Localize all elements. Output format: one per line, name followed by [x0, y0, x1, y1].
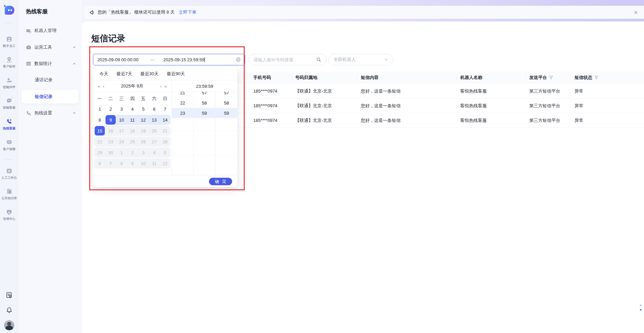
cell-platform: 第三方短信平台: [529, 84, 560, 98]
table-row[interactable]: 185****0974 【联通】北京-北京 您好，这是一条短信 客悦热线客服 第…: [225, 113, 644, 128]
day-cell-disabled: 5: [160, 147, 171, 158]
hours-column: 21 22 23: [172, 92, 194, 175]
hour-option[interactable]: 21: [172, 92, 193, 98]
second-option[interactable]: 57: [215, 92, 237, 98]
day-cell[interactable]: 2: [105, 104, 116, 114]
cell-status: 异常: [575, 98, 583, 113]
day-cell-range-end[interactable]: 15: [94, 126, 105, 136]
cell-robot: 客悦热线客服: [460, 113, 487, 128]
cell-robot: 客悦热线客服: [460, 84, 487, 98]
col-header-content: 短信内容: [361, 72, 379, 84]
cell-phone: 185****0974: [253, 113, 277, 128]
day-cell-disabled: 12: [160, 158, 171, 169]
rail-item-customer-journey[interactable]: 客户旅程: [0, 56, 18, 69]
filter-icon[interactable]: [549, 76, 553, 80]
date-range-input[interactable]: 2025-09-09 00:00:00 — 2025-09-15 23:59:5…: [93, 54, 245, 65]
rail-item-smart-service[interactable]: ✦ 智能客服: [0, 97, 18, 110]
second-option[interactable]: 58: [215, 98, 237, 108]
minute-option-selected[interactable]: 59: [194, 108, 215, 118]
day-cell-in-range[interactable]: 11: [127, 115, 138, 125]
day-cell[interactable]: 8: [94, 115, 105, 125]
sidebar-item-hotline-settings[interactable]: 热线设置: [18, 106, 82, 120]
smart-service-icon: ✦: [6, 97, 13, 104]
day-cell[interactable]: 5: [138, 104, 149, 114]
day-cell-in-range[interactable]: 10: [116, 115, 127, 125]
range-end-value[interactable]: 2025-09-15 23:59:59: [163, 57, 205, 62]
sidebar-item-robot-management[interactable]: 机器人管理: [18, 24, 82, 37]
confirm-button[interactable]: 确 定: [209, 178, 232, 185]
minute-option[interactable]: 58: [194, 98, 215, 108]
rail-item-workbench[interactable]: 人工工作台: [0, 168, 18, 180]
day-cell-in-range[interactable]: 13: [149, 115, 160, 125]
day-cell[interactable]: 7: [160, 104, 171, 114]
day-cell-in-range[interactable]: 14: [160, 115, 171, 125]
table-row[interactable]: 185****0974 【联通】北京-北京 您好，这是一条短信 客悦热线客服 第…: [225, 84, 644, 98]
day-cell-range-start[interactable]: 9: [105, 115, 116, 125]
cell-region: 【联通】北京-北京: [295, 113, 332, 128]
rail-item-customer-insight[interactable]: 客户洞察: [0, 139, 18, 152]
floating-widget[interactable]: »●: [640, 303, 644, 315]
rail-item-hotline[interactable]: 热线客服: [0, 118, 18, 131]
workbench-icon: [6, 168, 13, 174]
sidebar-item-data-statistics[interactable]: 数据统计: [18, 57, 82, 70]
hour-option[interactable]: 22: [172, 98, 193, 108]
next-year-arrow[interactable]: »: [164, 84, 167, 89]
minute-option[interactable]: 57: [194, 92, 215, 98]
rail-item-knowledge-base[interactable]: 公共知识库: [0, 188, 18, 201]
range-start-value[interactable]: 2025-09-09 00:00:00: [97, 57, 139, 62]
table-row[interactable]: 185****0974 【联通】北京-北京 您好，这是一条短信 客悦热线客服 第…: [225, 98, 644, 113]
day-cell-in-range[interactable]: 12: [138, 115, 149, 125]
app-logo[interactable]: ✦: [3, 4, 15, 16]
sidebar-item-label: 数据统计: [34, 61, 52, 67]
shortcut-today[interactable]: 今天: [99, 71, 108, 77]
day-cell[interactable]: 1: [94, 104, 105, 114]
user-avatar-button[interactable]: [0, 320, 18, 330]
tools-icon: [26, 45, 31, 50]
chevron-up-icon: [73, 62, 76, 65]
calendar-week-row: 22 23 24 25 26 27 28: [93, 137, 172, 147]
filter-icon[interactable]: [594, 76, 598, 80]
order-now-link[interactable]: 立即下单: [179, 9, 196, 15]
search-icon[interactable]: [316, 57, 321, 62]
prev-year-arrow[interactable]: «: [98, 84, 100, 89]
day-cell-disabled: 26: [138, 137, 149, 147]
col-header-phone: 手机号码: [253, 72, 271, 84]
cell-robot: 客悦热线客服: [460, 98, 487, 113]
report-button[interactable]: [0, 291, 18, 300]
shortcut-last-90-days[interactable]: 最近90天: [167, 71, 185, 77]
rail-divider: [5, 159, 13, 160]
sidebar-item-label: 运营工具: [34, 44, 52, 50]
day-cell-disabled: 4: [149, 147, 160, 158]
announcement-banner: 您的「热线客服」 模块还可以使用 8 天 立即下单 ✕: [84, 6, 644, 19]
second-option-selected[interactable]: 59: [215, 108, 237, 118]
day-cell[interactable]: 4: [127, 104, 138, 114]
sidebar-item-operation-tools[interactable]: 运营工具: [18, 41, 82, 54]
cell-status: 异常: [575, 84, 583, 98]
cell-platform: 第三方短信平台: [529, 113, 560, 128]
robot-select[interactable]: 全部机器人: [328, 54, 393, 65]
year-month-label[interactable]: 2025年 9月: [104, 83, 160, 89]
day-cell[interactable]: 6: [149, 104, 160, 114]
sidebar-subitem-call-records[interactable]: 通话记录: [21, 73, 79, 87]
date-picker-panel: 今天 最近7天 最近30天 最近90天 « ‹ 2025年 9月 › » 23:…: [93, 67, 237, 187]
day-cell[interactable]: 3: [116, 104, 127, 114]
picker-shortcuts: 今天 最近7天 最近30天 最近90天: [93, 67, 237, 81]
notifications-button[interactable]: [0, 307, 18, 315]
clear-icon[interactable]: ×: [236, 57, 241, 62]
calendar-week-row: 1 2 3 4 5 6 7: [93, 104, 172, 114]
customer-insight-icon: [6, 139, 13, 146]
shortcut-last-7-days[interactable]: 最近7天: [116, 71, 132, 77]
hotline-icon: [6, 118, 13, 125]
day-cell-disabled: 16: [105, 126, 116, 136]
banner-close-icon[interactable]: ✕: [633, 10, 638, 15]
day-cell-disabled: 30: [105, 147, 116, 158]
sidebar-subitem-sms-records[interactable]: 短信记录: [21, 90, 79, 104]
rail-item-outbound-call[interactable]: 智能外呼: [0, 77, 18, 90]
rail-item-digital-staff[interactable]: 数字员工: [0, 36, 18, 48]
cell-content: 您好，这是一条短信: [361, 113, 401, 128]
hour-option-selected[interactable]: 23: [172, 108, 193, 118]
search-input[interactable]: [254, 57, 316, 62]
rail-item-admin-center[interactable]: 管理中心: [0, 209, 18, 221]
next-month-arrow[interactable]: ›: [160, 84, 161, 89]
shortcut-last-30-days[interactable]: 最近30天: [140, 71, 158, 77]
